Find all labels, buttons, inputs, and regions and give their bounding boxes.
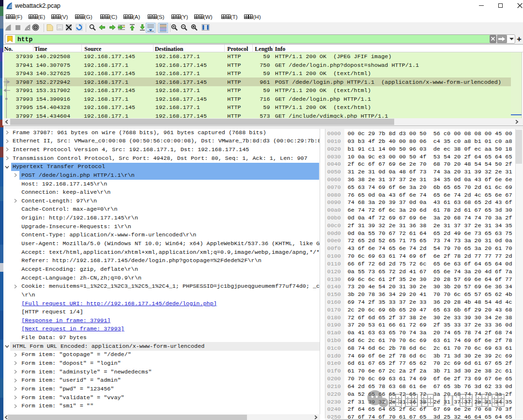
svg-text:010: 010 [59, 28, 62, 30]
